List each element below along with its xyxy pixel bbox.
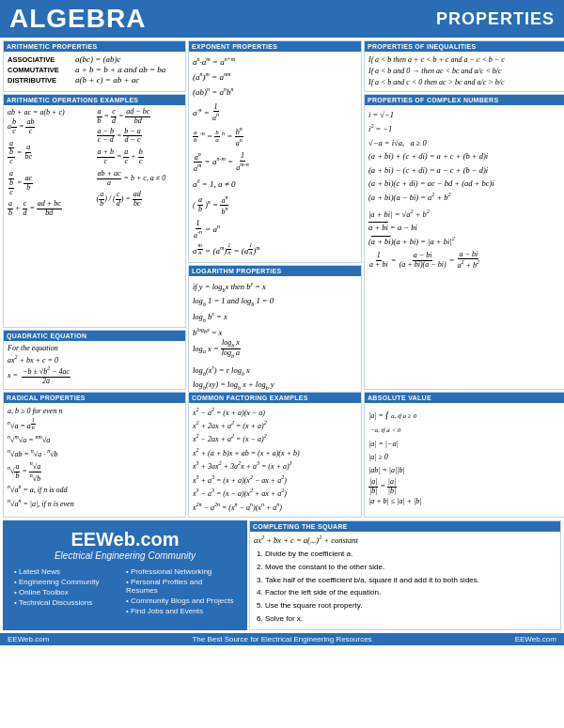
- completing-section: COMPLETING THE SQUARE ax2 + bx + c = a(.…: [249, 520, 561, 630]
- quadratic-section: QUADRATIC EQUATION For the equation ax2 …: [3, 330, 186, 390]
- associative-row: ASSOCIATIVE a(bc) = (ab)c: [8, 54, 181, 64]
- complex-section: PROPERTIES OF COMPLEX NUMBERS i = √−1 i2…: [364, 94, 564, 390]
- inequalities-title: PROPERTIES OF INEQUALITIES: [365, 41, 564, 52]
- exponent-section: EXPONENT PROPERTIES an·am = an+m (an)m =…: [188, 40, 362, 263]
- commutative-formula: a + b = b + a and ab = ba: [75, 65, 165, 74]
- absolute-section: ABSOLUTE VALUE |a| = { a, if a ≥ 0 −a, i…: [364, 392, 564, 519]
- completing-step-1: Divide by the coefficient a.: [265, 549, 556, 561]
- eeweb-list-item: Latest News: [14, 566, 124, 577]
- eeweb-title: EEWeb.com: [14, 528, 236, 550]
- completing-step-3: Take half of the coefficient b/a, square…: [265, 575, 556, 587]
- radical-section: RADICAL PROPERTIES a, b ≥ 0 for even n n…: [3, 392, 186, 519]
- eeweb-list-item: Online Toolbox: [14, 587, 124, 597]
- arithmetic-properties-section: ARITHMETIC PROPERTIES ASSOCIATIVE a(bc) …: [3, 40, 186, 92]
- footer-right: EEWeb.com: [515, 635, 556, 643]
- eeweb-list-item: Find Jobs and Events: [126, 606, 236, 616]
- eeweb-list-2: Professional Networking Personal Profile…: [126, 566, 236, 616]
- factoring-formulas: x2 − a2 = (x + a)(x − a) x2 + 2ax + a2 =…: [193, 406, 357, 515]
- eeweb-list-item: Community Blogs and Projects: [126, 596, 236, 606]
- arith-ops-section: ARITHMETIC OPERATIONS EXAMPLES ab + ac =…: [3, 94, 186, 328]
- absolute-formulas: |a| = { a, if a ≥ 0 −a, if a < 0 |a| = |…: [368, 406, 564, 509]
- eeweb-columns: Latest News Engineering Community Online…: [14, 566, 236, 616]
- factoring-section: COMMON FACTORING EXAMPLES x2 − a2 = (x +…: [188, 392, 362, 519]
- eeweb-list-item: Technical Discussions: [14, 597, 124, 608]
- complex-formulas: i = √−1 i2 = −1 √−a = i√a, a ≥ 0 (a + bi…: [368, 108, 564, 271]
- properties-title: PROPERTIES: [436, 9, 555, 29]
- eeweb-list-item: Personal Profiles and Resumes: [126, 577, 236, 596]
- factoring-title: COMMON FACTORING EXAMPLES: [189, 393, 361, 403]
- algebra-title: ALGEBRA: [9, 4, 146, 34]
- eeweb-subtitle: Electrical Engineering Community: [14, 550, 236, 561]
- distributive-row: DISTRIBUTIVE a(b + c) = ab + ac: [8, 75, 181, 85]
- distributive-label: DISTRIBUTIVE: [8, 76, 71, 85]
- footer-left: EEWeb.com: [8, 635, 49, 643]
- completing-step-6: Solve for x.: [265, 613, 556, 626]
- footer: EEWeb.com The Best Source for Electrical…: [0, 633, 564, 645]
- eeweb-box: EEWeb.com Electrical Engineering Communi…: [3, 520, 247, 630]
- inequalities-section: PROPERTIES OF INEQUALITIES If a < b then…: [364, 40, 564, 92]
- arithmetic-properties-title: ARITHMETIC PROPERTIES: [4, 41, 185, 52]
- exponent-formulas: an·am = an+m (an)m = anm (ab)n = anbn a-…: [193, 54, 357, 259]
- footer-center: The Best Source for Electrical Engineeri…: [192, 635, 371, 643]
- inequalities-formulas: If a < b then a + c < b + c and a − c < …: [368, 54, 564, 88]
- quadratic-formulas: For the equation ax2 + bx + c = 0 x = −b…: [8, 344, 181, 386]
- eeweb-list-item: Professional Networking: [126, 566, 236, 577]
- completing-steps: Divide by the coefficient a. Move the co…: [254, 549, 556, 626]
- completing-step-2: Move the constant to the other side.: [265, 562, 556, 574]
- header: ALGEBRA PROPERTIES: [0, 0, 564, 38]
- quadratic-title: QUADRATIC EQUATION: [4, 331, 185, 341]
- associative-label: ASSOCIATIVE: [8, 55, 71, 64]
- absolute-title: ABSOLUTE VALUE: [365, 393, 564, 403]
- radical-title: RADICAL PROPERTIES: [4, 393, 185, 403]
- logarithm-formulas: if y = logbx then by = x logb 1 = 1 and …: [193, 279, 357, 409]
- bottom-area: EEWeb.com Electrical Engineering Communi…: [0, 520, 564, 633]
- eeweb-list-1: Latest News Engineering Community Online…: [14, 566, 124, 616]
- arith-ops-formulas: ab + ac = a(b + c) abc = abc abc = abc a…: [8, 108, 181, 218]
- exponent-title: EXPONENT PROPERTIES: [189, 41, 361, 52]
- commutative-label: COMMUTATIVE: [8, 66, 71, 74]
- quadratic-for-equation: For the equation: [8, 344, 181, 352]
- content-grid: ARITHMETIC PROPERTIES ASSOCIATIVE a(bc) …: [0, 38, 564, 520]
- completing-step-4: Factor the left side of the equation.: [265, 587, 556, 599]
- completing-formula: ax2 + bx + c = a(...)2 + constant: [254, 534, 556, 545]
- completing-title: COMPLETING THE SQUARE: [250, 521, 560, 532]
- associative-formula: a(bc) = (ab)c: [75, 54, 121, 64]
- arith-ops-title: ARITHMETIC OPERATIONS EXAMPLES: [4, 95, 185, 105]
- complex-title: PROPERTIES OF COMPLEX NUMBERS: [365, 95, 564, 105]
- eeweb-list-item: Engineering Community: [14, 577, 124, 587]
- completing-step-5: Use the square root property.: [265, 600, 556, 612]
- distributive-formula: a(b + c) = ab + ac: [75, 75, 139, 85]
- radical-formulas: a, b ≥ 0 for even n n√a = a1n n√m√a = nm…: [8, 406, 181, 510]
- logarithm-title: LOGARITHM PROPERTIES: [189, 266, 361, 276]
- commutative-row: COMMUTATIVE a + b = b + a and ab = ba: [8, 65, 181, 74]
